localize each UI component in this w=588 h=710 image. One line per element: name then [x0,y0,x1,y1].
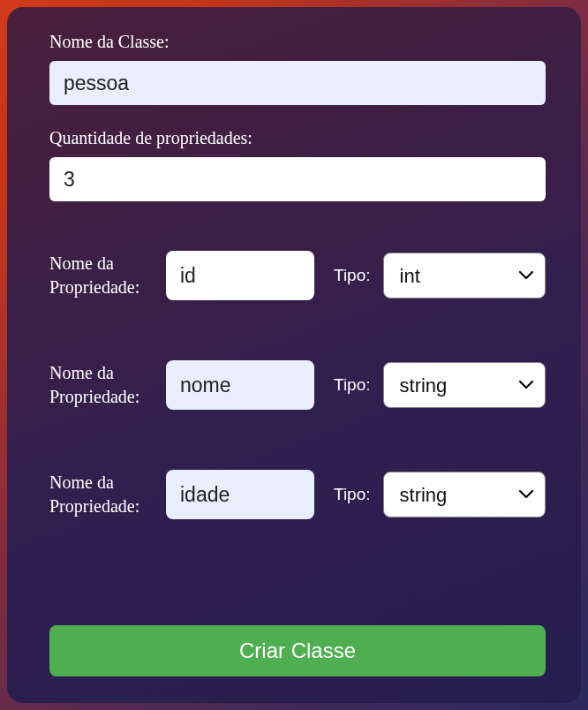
property-name-input[interactable] [166,360,314,410]
class-name-group: Nome da Classe: [49,32,546,105]
property-type-label: Tipo: [334,485,371,504]
property-qty-input[interactable] [49,157,546,201]
property-name-label: Nome da Propriedade: [49,252,154,299]
property-type-select-wrap: intstring [383,362,546,408]
property-row: Nome da Propriedade:Tipo:intstring [49,251,546,300]
property-type-select[interactable]: intstring [383,253,546,298]
property-type-select[interactable]: intstring [383,472,546,517]
property-name-label: Nome da Propriedade: [49,471,154,518]
property-row: Nome da Propriedade:Tipo:intstring [49,470,546,519]
property-type-label: Tipo: [334,375,371,395]
property-qty-group: Quantidade de propriedades: [49,128,546,201]
property-name-input[interactable] [166,251,314,300]
class-name-label: Nome da Classe: [49,32,546,52]
property-type-select-wrap: intstring [383,253,546,298]
property-row: Nome da Propriedade:Tipo:intstring [49,360,546,410]
class-builder-card: Nome da Classe: Quantidade de propriedad… [7,7,581,703]
property-qty-label: Quantidade de propriedades: [49,128,546,148]
class-name-input[interactable] [49,61,546,105]
properties-list: Nome da Propriedade:Tipo:intstringNome d… [49,251,546,581]
property-type-select-wrap: intstring [383,472,546,517]
create-class-button[interactable]: Criar Classe [49,625,546,676]
property-type-label: Tipo: [334,266,371,285]
property-type-select[interactable]: intstring [383,362,546,408]
property-name-input[interactable] [166,470,314,519]
property-name-label: Nome da Propriedade: [49,361,154,409]
